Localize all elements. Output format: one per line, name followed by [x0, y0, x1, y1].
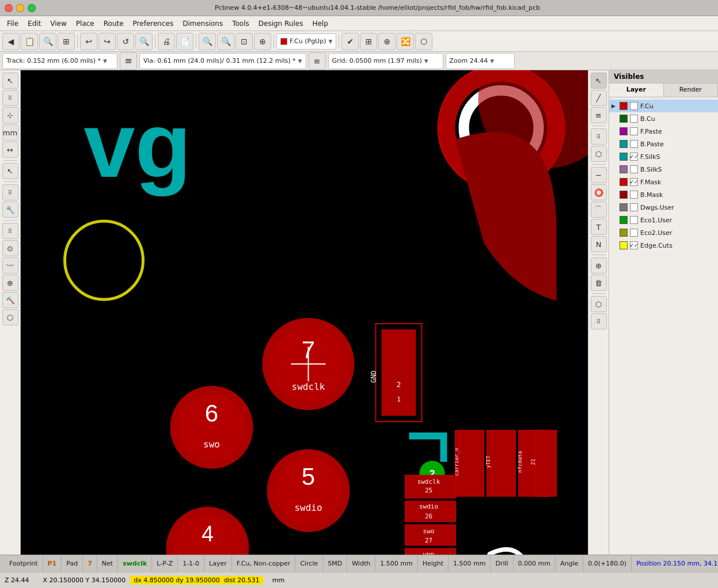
tb-btn-3d[interactable]: ⬡	[415, 33, 432, 50]
canvas-area[interactable]: vg 7 swdclk 6 swo	[21, 70, 588, 555]
tb-btn-layers[interactable]: ⊞	[58, 33, 75, 50]
lt-btn-pad[interactable]: ⬡	[2, 309, 18, 325]
tb-btn-zoomfit[interactable]: ⊡	[235, 33, 253, 50]
zoom-dropdown[interactable]: Zoom 24.44 ▼	[446, 53, 515, 69]
rt-btn-fanout[interactable]: ⠿	[591, 128, 607, 145]
layer-visibility-checkbox[interactable]: ✓	[630, 241, 638, 249]
lt-btn-measure[interactable]: ↔	[2, 142, 18, 158]
tb-btn-print[interactable]: 🖨	[158, 33, 175, 50]
layer-dropdown[interactable]: F.Cu (PgUp) ▼	[276, 33, 336, 50]
rt-btn-arc[interactable]: ─	[591, 167, 607, 183]
layer-visibility-checkbox[interactable]	[630, 102, 638, 110]
lt-btn-mm[interactable]: mm	[2, 124, 18, 141]
sb-height-label: Height	[418, 555, 449, 572]
layer-visibility-checkbox[interactable]	[630, 229, 638, 237]
via-dropdown[interactable]: Via: 0.61 mm (24.0 mils)/ 0.31 mm (12.2 …	[139, 53, 306, 69]
menu-item-file[interactable]: File	[2, 18, 23, 29]
rt-btn-inspect[interactable]: ⬡	[591, 146, 607, 162]
tb-btn-drc[interactable]: 🔍	[39, 33, 56, 50]
layer-row-eco1-user[interactable]: Eco1.User	[609, 214, 718, 226]
maximize-button[interactable]	[28, 4, 36, 12]
menu-item-tools[interactable]: Tools	[227, 18, 254, 29]
rt-btn-delete[interactable]: 🗑	[591, 275, 607, 291]
layer-visibility-checkbox[interactable]	[630, 191, 638, 199]
tab-layer[interactable]: Layer	[609, 84, 664, 97]
layer-color-swatch	[620, 241, 628, 249]
layer-visibility-checkbox[interactable]	[630, 216, 638, 224]
lt-btn-route2[interactable]: 〰	[2, 257, 18, 274]
layer-visibility-checkbox[interactable]: ✓	[630, 178, 638, 186]
menu-item-dimensions[interactable]: Dimensions	[178, 18, 227, 29]
add-via-btn[interactable]: ≡	[309, 52, 326, 70]
layer-visibility-checkbox[interactable]	[630, 140, 638, 148]
tb-btn-gerber[interactable]: 📄	[176, 33, 193, 50]
tb-btn-polar[interactable]: ⊕	[378, 33, 396, 50]
menu-item-view[interactable]: View	[45, 18, 71, 29]
rt-btn-circle[interactable]: ⭕	[591, 184, 607, 200]
lt-btn-ratsnest[interactable]: ⠿	[2, 223, 18, 239]
layer-row-eco2-user[interactable]: Eco2.User	[609, 226, 718, 239]
lt-btn-fp[interactable]: 🔧	[2, 202, 18, 218]
left-toolbar: ↖ ⠿ ⊹ mm ↔ ↖ ⠿ 🔧 ⠿ ⊙ 〰 ⊕ 🔨 ⬡	[0, 70, 21, 555]
rt-btn-route-diff[interactable]: ≡	[591, 107, 607, 123]
rt-btn-curve[interactable]: ⌒	[591, 202, 607, 218]
tb-btn-search[interactable]: 🔍	[135, 33, 153, 50]
menu-item-route[interactable]: Route	[99, 18, 128, 29]
tb-btn-undo[interactable]: ↩	[80, 33, 97, 50]
layer-visibility-checkbox[interactable]: ✓	[630, 153, 638, 161]
tb-btn-back[interactable]: ◀	[2, 33, 20, 50]
add-track-btn[interactable]: ≡	[120, 52, 137, 70]
layer-row-f-cu[interactable]: ▶F.Cu	[609, 100, 718, 112]
lt-btn-arrow[interactable]: ↖	[2, 73, 18, 89]
layer-visibility-checkbox[interactable]	[630, 127, 638, 135]
rt-btn-text[interactable]: T	[591, 219, 607, 235]
tb-btn-drc2[interactable]: ✔	[341, 33, 359, 50]
layer-row-b-paste[interactable]: B.Paste	[609, 138, 718, 150]
lt-btn-cursor[interactable]: ↖	[2, 163, 18, 179]
rt-btn-target[interactable]: ⊕	[591, 257, 607, 274]
menu-item-design rules[interactable]: Design Rules	[254, 18, 308, 29]
layer-row-dwgs-user[interactable]: Dwgs.User	[609, 201, 718, 214]
tb-btn-zoomin[interactable]: 🔍	[199, 33, 216, 50]
tb-btn-zoomsel[interactable]: ⊕	[254, 33, 271, 50]
rt-btn-select[interactable]: ↖	[591, 73, 607, 89]
menu-item-edit[interactable]: Edit	[23, 18, 45, 29]
grid-dropdown[interactable]: Grid: 0.0500 mm (1.97 mils) ▼	[328, 53, 443, 69]
rt-btn-route-single[interactable]: ╱	[591, 90, 607, 106]
layer-row-f-silks[interactable]: ✓F.SilkS	[609, 150, 718, 163]
layer-row-b-mask[interactable]: B.Mask	[609, 188, 718, 201]
rt-btn-grid3[interactable]: ⠿	[591, 313, 607, 329]
menu-item-help[interactable]: Help	[307, 18, 332, 29]
tb-btn-redo[interactable]: ↪	[98, 33, 116, 50]
lt-btn-grid2[interactable]: ⠿	[2, 184, 18, 200]
minimize-button[interactable]	[16, 4, 24, 12]
rt-btn-dim[interactable]: N	[591, 236, 607, 252]
layer-row-f-paste[interactable]: F.Paste	[609, 125, 718, 138]
tb-btn-grid[interactable]: ⊞	[360, 33, 377, 50]
menu-item-preferences[interactable]: Preferences	[128, 18, 178, 29]
sb-height: 1.500 mm	[449, 555, 491, 572]
visibles-title: Visibles	[609, 70, 718, 84]
lt-btn-origin[interactable]: ⊹	[2, 107, 18, 123]
lt-btn-zone[interactable]: ⊙	[2, 240, 18, 256]
layer-visibility-checkbox[interactable]	[630, 203, 638, 211]
layer-row-edge-cuts[interactable]: ✓Edge.Cuts	[609, 239, 718, 252]
tb-btn-netlist[interactable]: 📋	[21, 33, 38, 50]
layer-row-f-mask[interactable]: ✓F.Mask	[609, 176, 718, 188]
tb-btn-zoomout[interactable]: 🔍	[217, 33, 234, 50]
lt-btn-drc3[interactable]: 🔨	[2, 292, 18, 308]
coord-dxdy: dx 4.850000 dy 19.950000 dist 20.531	[130, 576, 263, 585]
layer-row-b-cu[interactable]: B.Cu	[609, 112, 718, 125]
track-dropdown[interactable]: Track: 0.152 mm (6.00 mils) * ▼	[2, 53, 117, 69]
tb-btn-route[interactable]: 🔀	[397, 33, 414, 50]
close-button[interactable]	[5, 4, 13, 12]
layer-visibility-checkbox[interactable]	[630, 165, 638, 173]
layer-row-b-silks[interactable]: B.SilkS	[609, 163, 718, 176]
lt-btn-add[interactable]: ⊕	[2, 275, 18, 291]
tb-btn-reset[interactable]: ↺	[117, 33, 134, 50]
layer-visibility-checkbox[interactable]	[630, 115, 638, 123]
lt-btn-dots[interactable]: ⠿	[2, 90, 18, 106]
rt-btn-microwave[interactable]: ⬡	[591, 296, 607, 312]
menu-item-place[interactable]: Place	[71, 18, 99, 29]
tab-render[interactable]: Render	[664, 84, 719, 97]
